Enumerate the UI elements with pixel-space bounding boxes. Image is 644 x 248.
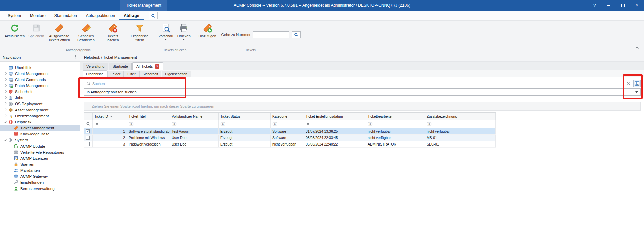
nav-item-jobs[interactable]: Jobs	[0, 95, 80, 101]
tab-startseite[interactable]: Startseite	[109, 63, 131, 70]
group-by-bar: Ziehen Sie einen Spaltenkopf hierhin, um…	[84, 102, 641, 111]
subtab-filter[interactable]: Filter	[124, 71, 139, 77]
nav-item-sperren[interactable]: Sperren	[0, 161, 80, 167]
table-row[interactable]: 2Probleme mit WindowsUser DoeErzeugtSoft…	[84, 135, 496, 141]
nav-item-system[interactable]: System	[0, 137, 80, 143]
filter-cell-kategorie[interactable]: a	[271, 120, 304, 128]
subtab-sicherheit[interactable]: Sicherheit	[139, 71, 162, 77]
column-header-ticketbearbeiter[interactable]: Ticketbearbeiter	[366, 113, 425, 120]
subtab-eigenschaften[interactable]: Eigenschaften	[162, 71, 191, 77]
aktualisieren-button[interactable]: Aktualisieren	[3, 22, 26, 48]
nav-item-acmp-gateway[interactable]: ACMP Gateway	[0, 173, 80, 179]
nav-item-verteilte-file-repositories[interactable]: Verteilte File Repositories	[0, 149, 80, 155]
menu-item-stammdaten[interactable]: Stammdaten	[50, 11, 82, 20]
row-checkbox[interactable]: ✓	[86, 129, 90, 133]
chevron-right-icon[interactable]	[3, 91, 8, 93]
column-header-kategorie[interactable]: Kategorie	[271, 113, 304, 120]
table-row[interactable]: 3Passwort vergessenUser DoeErzeugtnicht …	[84, 141, 496, 148]
subtab-ergebnisse[interactable]: Ergebnisse	[83, 70, 107, 77]
nav-item-patch-management[interactable]: Patch Management	[0, 83, 80, 89]
nav-item-label: ACMP Gateway	[20, 174, 48, 178]
table-row[interactable]: ✓1Software stürzt ständig abTest AagonEr…	[84, 128, 496, 135]
nav-item-mandanten[interactable]: Mandanten	[0, 167, 80, 173]
filter-cell-ticket-id[interactable]	[93, 120, 127, 128]
tickets-löschen-button[interactable]: Tickets löschen	[99, 22, 126, 48]
pin-icon[interactable]	[73, 55, 77, 60]
row-checkbox[interactable]	[86, 142, 90, 146]
column-settings-button[interactable]	[633, 80, 641, 87]
filter-cell-ticket-status[interactable]: a	[219, 120, 271, 128]
nav-item-einstellungen[interactable]: Einstellungen	[0, 179, 80, 185]
search-input[interactable]	[92, 82, 621, 86]
nav-item-helpdesk[interactable]: Helpdesk	[0, 119, 80, 125]
chevron-right-icon[interactable]	[3, 79, 8, 81]
nav-item-acmp-update[interactable]: ACMP Update	[0, 143, 80, 149]
chevron-down-icon[interactable]	[3, 121, 8, 123]
add-ticket-icon	[202, 23, 212, 33]
tab-all-tickets[interactable]: All Tickets×	[132, 62, 163, 70]
column-header-ticket-erstellungsdatum[interactable]: Ticket Erstellungsdatum	[304, 113, 366, 120]
menu-item-abfrage[interactable]: Abfrage	[119, 11, 143, 20]
column-header-zusatzbezeichnung[interactable]: Zusatzbezeichnung	[425, 113, 496, 120]
filter-cell-vollständiger-name[interactable]: a	[170, 120, 219, 128]
search-scope-combobox[interactable]: In Abfrageergebnissen suchen	[84, 88, 641, 96]
row-select-cell[interactable]: ✓	[84, 128, 93, 134]
drucken-button[interactable]: Drucken	[175, 22, 193, 48]
schnelles-bearbeiten-button[interactable]: Schnelles Bearbeiten	[72, 22, 99, 48]
filter-cell-zusatzbezeichnung[interactable]: a	[425, 120, 496, 128]
ribbon-search-button[interactable]	[149, 12, 158, 19]
ausgewählte-tickets-öffnen-button[interactable]: Ausgewählte Tickets öffnen	[46, 22, 72, 48]
help-button[interactable]: ?	[588, 0, 602, 11]
chevron-right-icon[interactable]	[3, 85, 8, 87]
nav-item-benutzerverwaltung[interactable]: Benutzerverwaltung	[0, 185, 80, 192]
row-select-cell[interactable]	[84, 135, 93, 141]
menu-item-system[interactable]: System	[3, 11, 25, 20]
tab-verwaltung[interactable]: Verwaltung	[83, 63, 108, 70]
nav-item-asset-management[interactable]: Asset Management	[0, 107, 80, 113]
chevron-right-icon[interactable]	[3, 97, 8, 99]
row-select-cell[interactable]	[84, 141, 93, 147]
navigation-tree: ÜberblickClient ManagementClient Command…	[0, 62, 80, 248]
menu-item-abfrageaktionen[interactable]: Abfrageaktionen	[82, 11, 119, 20]
menu-item-monitore[interactable]: Monitore	[25, 11, 50, 20]
filter-cell-ticketbearbeiter[interactable]: a	[366, 120, 425, 128]
chevron-right-icon[interactable]	[3, 103, 8, 105]
column-header-ticket-id[interactable]: Ticket ID	[93, 113, 127, 120]
nav-item-ticket-management[interactable]: Ticket Management	[0, 125, 80, 131]
column-header-ticket-titel[interactable]: Ticket Titel	[127, 113, 170, 120]
chevron-right-icon[interactable]	[3, 109, 8, 111]
speichern-button[interactable]: Speichern	[26, 22, 46, 48]
cell-ticket-titel: Probleme mit Windows	[127, 135, 170, 141]
clear-search-button[interactable]	[625, 80, 632, 87]
nav-item-os-deployment[interactable]: OS Deployment	[0, 101, 80, 107]
filter-cell-ticket-erstellungsdatum[interactable]	[304, 120, 366, 128]
close-tab-icon[interactable]: ×	[155, 64, 159, 69]
goto-search-button[interactable]	[292, 31, 301, 38]
vorschau-button[interactable]: Vorschau	[157, 22, 175, 48]
ribbon: AktualisierenSpeichernAusgewählte Ticket…	[0, 21, 644, 53]
maximize-button[interactable]	[616, 0, 630, 11]
ergebnisse-filtern-button[interactable]: Ergebnisse filtern	[126, 22, 153, 48]
goto-number-input[interactable]	[253, 31, 289, 38]
nav-item-client-commands[interactable]: Client Commands	[0, 77, 80, 83]
nav-item-acmp-lizenzen[interactable]: ACMP Lizenzen	[0, 155, 80, 161]
nav-item-client-management[interactable]: Client Management	[0, 71, 80, 77]
filter-search-cell[interactable]	[84, 120, 93, 128]
column-header-vollständiger-name[interactable]: Vollständiger Name	[170, 113, 219, 120]
chevron-down-icon[interactable]	[3, 139, 8, 141]
filter-cell-ticket-titel[interactable]: a	[127, 120, 170, 128]
nav-item-knowledge-base[interactable]: Knowledge Base	[0, 131, 80, 137]
nav-item-lizenzmanagement[interactable]: Lizenzmanagement	[0, 113, 80, 119]
nav-item-sicherheit[interactable]: Sicherheit	[0, 89, 80, 95]
column-header-ticket-status[interactable]: Ticket Status	[219, 113, 271, 120]
close-button[interactable]: ×	[630, 0, 644, 11]
row-checkbox[interactable]	[86, 136, 90, 140]
minimize-button[interactable]	[602, 0, 616, 11]
subtab-felder[interactable]: Felder	[107, 71, 124, 77]
preview-icon	[161, 23, 171, 33]
nav-item-überblick[interactable]: Überblick	[0, 65, 80, 71]
hinzufügen-button[interactable]: Hinzufügen	[197, 22, 218, 48]
chevron-right-icon[interactable]	[3, 115, 8, 117]
collapse-ribbon-button[interactable]	[634, 45, 640, 50]
chevron-right-icon[interactable]	[3, 73, 8, 75]
